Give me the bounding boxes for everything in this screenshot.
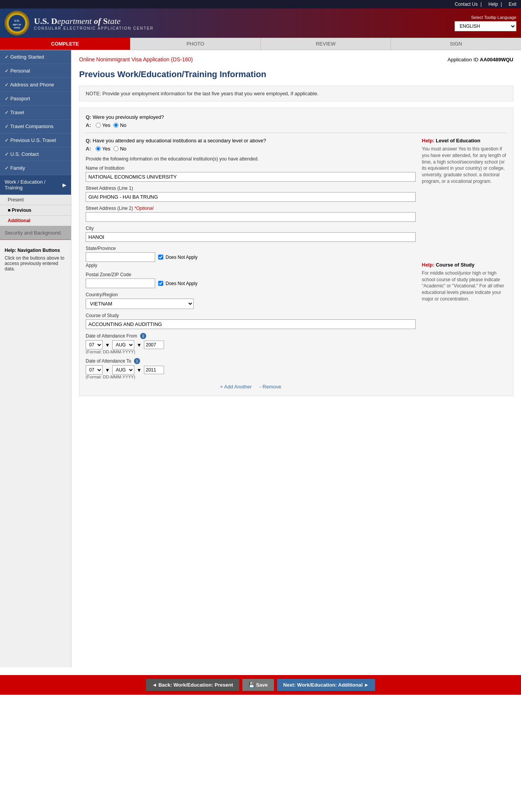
language-select[interactable]: ENGLISH	[455, 21, 516, 31]
date-from-format: (Format: DD-MMM-YYYY)	[86, 349, 416, 354]
date-to-day-select[interactable]: 07	[86, 365, 103, 375]
date-from-info-icon[interactable]: i	[140, 333, 146, 339]
q1-yes-radio[interactable]	[96, 123, 101, 128]
tooltip-label: Select Tooltip Language	[455, 15, 516, 20]
tab-sign[interactable]: SIGN	[391, 38, 521, 50]
field-institution: Name of Institution	[86, 165, 416, 182]
save-button[interactable]: 💾 Save	[242, 679, 274, 691]
nav-tabs: COMPLETE PHOTO REVIEW SIGN	[0, 38, 521, 50]
sidebar-item-address-phone[interactable]: Address and Phone	[0, 78, 71, 92]
date-to-info-icon[interactable]: i	[134, 358, 140, 364]
city-label: City	[86, 226, 416, 231]
street2-input[interactable]	[86, 212, 416, 222]
field-city: City	[86, 226, 416, 242]
page-title: Previous Work/Education/Training Informa…	[79, 69, 513, 79]
date-from-day-select[interactable]: 07	[86, 340, 103, 349]
date-from-row: 07 ▼ AUG ▼	[86, 340, 416, 349]
sidebar-item-passport[interactable]: Passport	[0, 92, 71, 106]
institution-input[interactable]	[86, 172, 416, 182]
sidebar-sub-present[interactable]: Present	[0, 195, 71, 205]
help-course-title: Help: Course of Study	[422, 262, 507, 268]
state-input[interactable]	[86, 252, 155, 262]
field-date-to: Date of Attendance To i 07 ▼ AUG ▼	[86, 358, 416, 379]
q2-section: Q: Have you attended any educational ins…	[86, 138, 507, 390]
postal-does-not-apply[interactable]: Does Not Apply	[158, 281, 198, 286]
add-another-link[interactable]: Add Another	[220, 384, 252, 390]
field-street1: Street Address (Line 1)	[86, 186, 416, 202]
state-does-not-apply[interactable]: Does Not Apply	[158, 255, 198, 260]
street1-label: Street Address (Line 1)	[86, 186, 416, 191]
date-from-year-input[interactable]	[144, 341, 164, 349]
postal-dna-checkbox[interactable]	[158, 281, 163, 286]
sidebar-item-us-contact[interactable]: U.S. Contact	[0, 147, 71, 161]
dept-subtitle: CONSULAR ELECTRONIC APPLICATION CENTER	[34, 26, 154, 30]
sidebar: Getting Started Personal Address and Pho…	[0, 50, 71, 667]
date-to-month-select[interactable]: AUG	[112, 365, 134, 375]
question-2: Q: Have you attended any educational ins…	[86, 138, 416, 152]
field-course: Course of Study	[86, 313, 416, 329]
header: U.S. DEPT OF STATE U.S. Department of St…	[0, 8, 521, 38]
tab-review[interactable]: REVIEW	[261, 38, 391, 50]
q2-no-radio[interactable]	[113, 146, 118, 151]
q2-no-option[interactable]: No	[113, 146, 127, 152]
street2-label: Street Address (Line 2) *Optional	[86, 206, 416, 211]
sidebar-item-travel-companions[interactable]: Travel Companions	[0, 120, 71, 133]
sidebar-item-family[interactable]: Family	[0, 161, 71, 175]
sidebar-help-title: Help: Navigation Buttons	[5, 248, 66, 253]
state-label: State/Province	[86, 246, 416, 251]
q1-answer-row: A: Yes No	[86, 122, 507, 128]
sidebar-sub-additional[interactable]: Additional	[0, 216, 71, 226]
tab-photo[interactable]: PHOTO	[130, 38, 261, 50]
help-column: Help: Level of Education You must answer…	[422, 138, 507, 390]
field-state: State/Province Does Not Apply Apply	[86, 246, 416, 268]
q1-no-radio[interactable]	[113, 123, 118, 128]
country-label: Country/Region	[86, 292, 416, 297]
city-input[interactable]	[86, 232, 416, 242]
provide-text: Provide the following information on the…	[86, 156, 416, 162]
question-1: Q: Were you previously employed? A: Yes …	[86, 114, 507, 128]
bottom-nav: ◄ Back: Work/Education: Present 💾 Save N…	[0, 675, 521, 695]
next-button[interactable]: Next: Work/Education: Additional ►	[277, 679, 375, 691]
field-date-from: Date of Attendance From i 07 ▼ AUG ▼	[86, 333, 416, 354]
back-button[interactable]: ◄ Back: Work/Education: Present	[146, 679, 239, 691]
svg-point-1	[8, 15, 25, 32]
date-to-year-input[interactable]	[144, 366, 164, 374]
sidebar-item-getting-started[interactable]: Getting Started	[0, 50, 71, 64]
street1-input[interactable]	[86, 192, 416, 202]
date-to-row: 07 ▼ AUG ▼	[86, 365, 416, 375]
sidebar-item-security[interactable]: Security and Background	[0, 226, 71, 240]
help-course-text: For middle school/junior high or high sc…	[422, 270, 507, 302]
sidebar-item-travel[interactable]: Travel	[0, 106, 71, 120]
state-dna-checkbox[interactable]	[158, 255, 163, 260]
q2-label: Q: Have you attended any educational ins…	[86, 138, 416, 143]
date-to-label: Date of Attendance To i	[86, 358, 416, 364]
q1-no-option[interactable]: No	[113, 122, 127, 128]
help-level-title: Help: Level of Education	[422, 138, 507, 143]
field-postal: Postal Zone/ZIP Code Does Not Apply	[86, 272, 416, 288]
svg-text:U.S.: U.S.	[14, 19, 20, 22]
postal-input[interactable]	[86, 279, 155, 288]
sidebar-item-work-education[interactable]: Work / Education / Training ▶	[0, 175, 71, 195]
help-course-of-study: Help: Course of Study For middle school/…	[422, 262, 507, 302]
q2-yes-option[interactable]: Yes	[96, 146, 110, 152]
remove-link[interactable]: Remove	[259, 384, 281, 390]
main-layout: Getting Started Personal Address and Pho…	[0, 50, 521, 667]
app-id: Application ID AA00489WQU	[447, 57, 513, 62]
date-from-month-select[interactable]: AUG	[112, 340, 134, 349]
q1-yes-option[interactable]: Yes	[96, 122, 110, 128]
field-country: Country/Region VIETNAM UNITED STATES CHI…	[86, 292, 416, 309]
q2-answer-row: A: Yes No	[86, 146, 416, 152]
sidebar-item-personal[interactable]: Personal	[0, 64, 71, 78]
tab-complete[interactable]: COMPLETE	[0, 38, 130, 50]
help-level-of-education: Help: Level of Education You must answer…	[422, 138, 507, 185]
help-link[interactable]: Help	[488, 2, 498, 7]
country-select[interactable]: VIETNAM UNITED STATES CHINA OTHER	[86, 299, 194, 309]
sidebar-sub-previous[interactable]: ■ Previous	[0, 205, 71, 216]
course-input[interactable]	[86, 319, 416, 329]
app-id-bar: Online Nonimmigrant Visa Application (DS…	[79, 56, 513, 65]
contact-link[interactable]: Contact Us	[455, 2, 477, 7]
help-level-text: You must answer Yes to this question if …	[422, 146, 507, 185]
sidebar-item-prev-us-travel[interactable]: Previous U.S. Travel	[0, 133, 71, 147]
exit-link[interactable]: Exit	[509, 2, 516, 7]
q2-yes-radio[interactable]	[96, 146, 101, 151]
